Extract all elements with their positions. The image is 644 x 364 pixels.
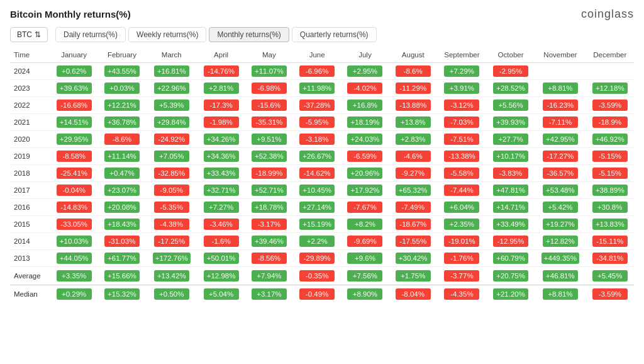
table-cell: -34.81% [586,250,634,267]
table-cell [535,63,586,80]
table-cell: -15.6% [245,97,293,114]
tab-quarterly[interactable]: Quarterly returns(%) [292,27,377,42]
table-cell: +30.42% [389,250,437,267]
table-row: 2024+0.62%+43.55%+16.81%-14.76%+11.07%-6… [10,63,634,80]
table-cell: -29.89% [293,250,341,267]
table-cell: +47.81% [487,182,535,199]
table-cell: +30.8% [586,199,634,216]
median-row: Median+0.29%+15.32%+0.50%+5.04%+3.17%-0.… [10,285,634,304]
table-cell: +7.27% [197,199,245,216]
table-cell: +38.89% [586,182,634,199]
table-cell: +33.43% [197,165,245,182]
table-cell: -14.62% [293,165,341,182]
table-cell: +0.47% [98,165,146,182]
table-cell: -4.35% [437,285,487,304]
table-row: 2023+39.63%+0.03%+22.96%+2.81%-6.98%+11.… [10,80,634,97]
btc-selector[interactable]: BTC ⇅ [10,27,48,42]
table-cell: +2.81% [197,80,245,97]
table-cell: -16.23% [535,97,586,114]
table-row: 2018-25.41%+0.47%-32.85%+33.43%-18.99%-1… [10,165,634,182]
table-cell: -33.05% [50,216,98,233]
table-cell: -9.69% [341,233,389,250]
table-cell: +34.26% [197,131,245,148]
average-row: Average+3.35%+15.66%+13.42%+12.98%+7.94%… [10,267,634,285]
page-header: Bitcoin Monthly returns(%) coinglass [10,8,634,21]
table-cell: +23.07% [98,182,146,199]
year-cell: 2021 [10,114,50,131]
table-cell: -36.57% [535,165,586,182]
table-cell: +10.03% [50,233,98,250]
table-cell: +5.42% [535,199,586,216]
year-cell: 2014 [10,233,50,250]
table-cell: +8.90% [341,285,389,304]
page-title: Bitcoin Monthly returns(%) [10,9,131,20]
table-cell: -3.17% [245,216,293,233]
col-jan: January [50,47,98,63]
tab-monthly[interactable]: Monthly returns(%) [209,27,289,42]
table-cell: +5.45% [586,267,634,285]
brand-logo: coinglass [581,8,634,21]
table-row: 2022-16.68%+12.21%+5.39%-17.3%-15.6%-37.… [10,97,634,114]
table-cell: -24.92% [146,131,197,148]
table-row: 2021+14.51%+36.78%+29.84%-1.98%-35.31%-5… [10,114,634,131]
table-cell: +15.19% [293,216,341,233]
table-cell: -18.67% [389,216,437,233]
table-cell [586,63,634,80]
col-may: May [245,47,293,63]
table-cell: +0.29% [50,285,98,304]
table-cell: -17.25% [146,233,197,250]
table-cell: -3.46% [197,216,245,233]
table-cell: +39.63% [50,80,98,97]
tab-daily[interactable]: Daily returns(%) [55,27,126,42]
table-cell: -1.98% [197,114,245,131]
table-cell: +65.32% [389,182,437,199]
table-cell: -37.28% [293,97,341,114]
table-cell: +3.91% [437,80,487,97]
table-cell: -3.77% [437,267,487,285]
table-cell: +5.04% [197,285,245,304]
table-cell: -17.27% [535,148,586,165]
table-cell: -5.15% [586,165,634,182]
table-row: 2016-14.83%+20.08%-5.35%+7.27%+18.78%+27… [10,199,634,216]
tab-weekly[interactable]: Weekly returns(%) [128,27,206,42]
table-cell: +39.46% [245,233,293,250]
table-wrapper: Time January February March April May Ju… [10,47,634,303]
year-cell: 2013 [10,250,50,267]
year-cell: 2015 [10,216,50,233]
table-cell: +11.14% [98,148,146,165]
table-cell: -3.59% [586,97,634,114]
table-cell: -8.04% [389,285,437,304]
table-cell: +2.83% [389,131,437,148]
table-row: 2017-0.04%+23.07%-9.05%+32.71%+52.71%+10… [10,182,634,199]
year-cell: 2024 [10,63,50,80]
table-cell: +36.78% [98,114,146,131]
col-mar: March [146,47,197,63]
year-cell: 2017 [10,182,50,199]
table-cell: -6.96% [293,63,341,80]
table-cell: +32.71% [197,182,245,199]
table-cell: -5.35% [146,199,197,216]
chevron-down-icon: ⇅ [35,30,41,39]
table-cell: +7.94% [245,267,293,285]
table-cell: -4.38% [146,216,197,233]
table-cell: +18.19% [341,114,389,131]
table-cell: +5.56% [487,97,535,114]
table-cell: -0.49% [293,285,341,304]
table-cell: +14.51% [50,114,98,131]
col-jun: June [293,47,341,63]
table-cell: +22.96% [146,80,197,97]
table-row: 2020+29.95%-8.6%-24.92%+34.26%+9.51%-3.1… [10,131,634,148]
table-cell: +52.38% [245,148,293,165]
table-cell: +8.81% [535,80,586,97]
table-cell: +2.2% [293,233,341,250]
table-cell: +13.42% [146,267,197,285]
table-cell: +42.95% [535,131,586,148]
table-cell: +13.8% [389,114,437,131]
table-cell: -16.68% [50,97,98,114]
table-cell: +7.56% [341,267,389,285]
col-nov: November [535,47,586,63]
table-cell: +18.43% [98,216,146,233]
table-cell: +14.71% [487,199,535,216]
table-cell: +12.18% [586,80,634,97]
table-cell: +3.17% [245,285,293,304]
